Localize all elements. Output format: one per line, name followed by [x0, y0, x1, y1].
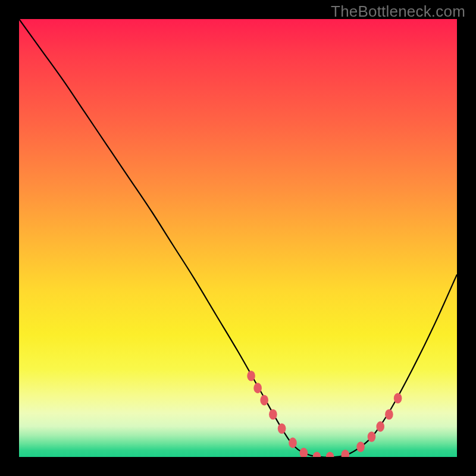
bottleneck-curve — [19, 19, 457, 457]
highlight-dot — [385, 409, 393, 420]
highlight-dot — [342, 450, 350, 457]
highlight-dots — [247, 371, 402, 457]
highlight-dot — [289, 437, 297, 448]
highlight-dot — [260, 395, 268, 406]
curve-layer — [19, 19, 457, 457]
highlight-dot — [313, 452, 321, 457]
highlight-dot — [269, 409, 277, 420]
highlight-dot — [300, 447, 308, 457]
highlight-dot — [278, 424, 286, 434]
plot-area — [19, 19, 457, 457]
highlight-dot — [394, 393, 402, 403]
watermark-text: TheBottleneck.com — [331, 2, 465, 21]
highlight-dot — [253, 383, 262, 393]
highlight-dot — [247, 371, 255, 381]
highlight-dot — [326, 452, 334, 457]
highlight-dot — [376, 421, 384, 432]
chart-stage: TheBottleneck.com — [0, 0, 476, 476]
highlight-dot — [368, 431, 376, 442]
highlight-dot — [356, 441, 365, 452]
